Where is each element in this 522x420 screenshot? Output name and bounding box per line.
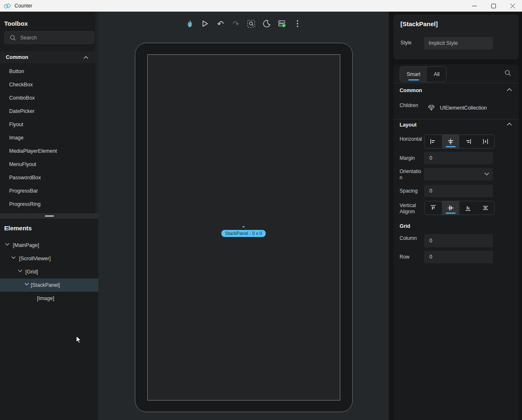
- maximize-button[interactable]: [484, 0, 503, 12]
- undo-icon[interactable]: ↶: [215, 18, 226, 29]
- toolbox-scrollbar[interactable]: [95, 12, 98, 213]
- column-input[interactable]: [424, 234, 493, 247]
- title-bar: Counter: [0, 0, 522, 12]
- toolbox-item-combobox[interactable]: ComboBox: [0, 91, 95, 105]
- zoom-to-fit-icon[interactable]: [246, 18, 257, 29]
- active-segment-underline: [446, 212, 456, 214]
- minimize-button[interactable]: [465, 0, 484, 12]
- toolbox-item-flyout[interactable]: Flyout: [0, 118, 95, 131]
- chevron-up-icon: [83, 56, 88, 59]
- align-center-vertical-button[interactable]: [442, 201, 459, 215]
- align-left-button[interactable]: [424, 135, 442, 148]
- grid-section-title: Grid: [400, 223, 410, 229]
- inspector-panel: [StackPanel] Style Smart All Common Chil…: [389, 12, 522, 420]
- align-bottom-button[interactable]: [459, 201, 477, 215]
- active-segment-underline: [446, 146, 456, 147]
- toolbox-title: Toolbox: [4, 20, 28, 27]
- vertical-alignment-group: [424, 201, 495, 215]
- search-input[interactable]: [20, 35, 83, 41]
- divider: [393, 83, 519, 83]
- row-input[interactable]: [424, 251, 493, 263]
- chevron-down-icon[interactable]: [24, 283, 29, 286]
- vertical-alignment-label: Vertical Alignm: [400, 203, 423, 215]
- design-canvas[interactable]: ↶ ↷: [98, 12, 389, 420]
- layout-section-title: Layout: [400, 122, 417, 128]
- tree-item-label: [StackPanel]: [31, 282, 60, 288]
- inspector-properties-card: Smart All Common Children UIElementColle…: [393, 64, 519, 420]
- toolbox-item-image[interactable]: Image: [0, 131, 95, 144]
- margin-label: Margin: [400, 155, 423, 161]
- section-label: Common: [6, 54, 83, 60]
- divider: [393, 119, 519, 120]
- search-icon: [10, 35, 16, 41]
- left-sidebar: Toolbox Common Button CheckBox ComboBox …: [0, 12, 98, 420]
- tree-item-label: [MainPage]: [13, 242, 39, 248]
- tree-item-label: [Grid]: [25, 269, 38, 275]
- more-options-icon[interactable]: [292, 18, 303, 29]
- tab-all[interactable]: All: [427, 67, 446, 82]
- close-button[interactable]: [503, 0, 522, 12]
- selection-badge: StackPanel - 0 x 0: [221, 230, 266, 237]
- horizontal-alignment-label: Horizontal: [400, 136, 423, 142]
- toolbox-item-progressbar[interactable]: ProgressBar: [0, 184, 95, 198]
- toolbox-section-common[interactable]: Common: [0, 51, 95, 63]
- chevron-down-icon[interactable]: [11, 256, 16, 259]
- hot-design-flame-icon[interactable]: [185, 18, 195, 29]
- toolbox-search[interactable]: [4, 31, 94, 44]
- device-frame: [135, 43, 353, 412]
- margin-input[interactable]: [424, 152, 493, 164]
- tree-item-scrollviewer[interactable]: [ScrollViewer]: [0, 252, 98, 265]
- stretch-vertical-button[interactable]: [477, 201, 494, 215]
- children-value[interactable]: UIElementCollection: [440, 105, 487, 111]
- row-label: Row: [400, 254, 423, 260]
- chevron-up-icon[interactable]: [507, 122, 512, 126]
- property-tabs: Smart All: [400, 66, 446, 82]
- design-toolbar: ↶ ↷: [98, 18, 389, 29]
- chevron-down-icon: [484, 172, 489, 176]
- tree-item-image[interactable]: [Image]: [0, 292, 98, 305]
- chevron-down-icon[interactable]: [18, 269, 22, 272]
- play-icon[interactable]: [200, 18, 211, 29]
- toolbox-item-menuflyout[interactable]: MenuFlyout: [0, 158, 95, 171]
- tree-item-mainpage[interactable]: [MainPage]: [0, 239, 98, 252]
- theme-moon-icon[interactable]: [261, 18, 272, 29]
- toolbox-item-passwordbox[interactable]: PasswordBox: [0, 171, 95, 184]
- orientation-dropdown[interactable]: [424, 168, 493, 181]
- common-section-title: Common: [400, 88, 422, 93]
- splitter-grip-icon: [45, 215, 54, 217]
- elements-title: Elements: [4, 225, 32, 232]
- horizontal-alignment-group: [424, 134, 495, 149]
- chevron-down-icon[interactable]: [5, 243, 10, 246]
- toolbox-item-progressring[interactable]: ProgressRing: [0, 198, 95, 211]
- spacing-input[interactable]: [424, 185, 493, 197]
- gem-collection-icon: [428, 104, 435, 111]
- device-screen[interactable]: [147, 54, 340, 400]
- tree-item-label: [ScrollViewer]: [19, 256, 51, 261]
- toolbox-item-checkbox[interactable]: CheckBox: [0, 78, 95, 91]
- server-status-icon[interactable]: [277, 18, 288, 29]
- children-label: Children: [400, 103, 423, 109]
- chevron-up-icon[interactable]: [507, 88, 512, 91]
- toolbox-item-datepicker[interactable]: DatePicker: [0, 105, 95, 118]
- elements-tree: [MainPage] [ScrollViewer] [Grid] [StackP…: [0, 239, 98, 305]
- style-input[interactable]: [424, 37, 493, 49]
- tab-all-label: All: [434, 71, 439, 77]
- align-right-button[interactable]: [459, 135, 477, 148]
- selected-element-title: [StackPanel]: [400, 20, 438, 27]
- toolbox-item-button[interactable]: Button: [0, 65, 95, 78]
- align-center-horizontal-button[interactable]: [442, 135, 459, 148]
- property-search-icon[interactable]: [505, 70, 511, 76]
- stretch-horizontal-button[interactable]: [477, 135, 494, 148]
- align-top-button[interactable]: [424, 201, 442, 215]
- tab-smart[interactable]: Smart: [400, 67, 427, 82]
- spacing-label: Spacing: [400, 188, 423, 194]
- tab-smart-label: Smart: [407, 71, 420, 77]
- redo-icon[interactable]: ↷: [231, 18, 241, 29]
- panel-splitter[interactable]: [0, 213, 98, 219]
- tree-item-stackpanel-selected[interactable]: [StackPanel]: [0, 278, 98, 292]
- app-window: Counter Toolbox Common Button CheckBox: [0, 0, 522, 420]
- tree-item-label: [Image]: [37, 295, 54, 301]
- tree-item-grid[interactable]: [Grid]: [0, 265, 98, 278]
- toolbox-item-mediaplayerelement[interactable]: MediaPlayerElement: [0, 144, 95, 158]
- orientation-label: Orientation: [400, 168, 423, 181]
